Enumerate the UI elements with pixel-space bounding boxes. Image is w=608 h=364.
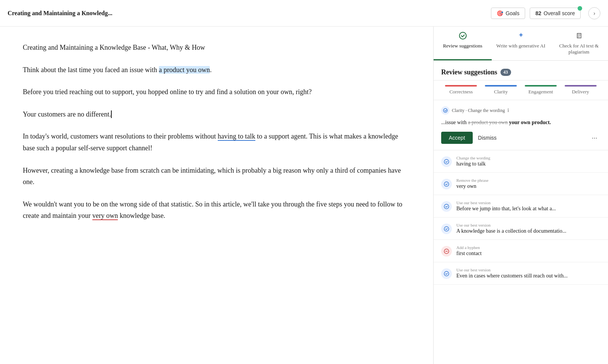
clarity-label: Clarity	[494, 89, 508, 95]
sug-icon-1	[441, 156, 452, 167]
svg-point-2	[444, 159, 449, 164]
editor-paragraph-2: Before you tried reaching out to support…	[23, 86, 410, 98]
goals-icon: 🎯	[497, 10, 503, 16]
review-title: Review suggestions 43	[441, 68, 600, 76]
more-options-button[interactable]: ···	[589, 132, 600, 143]
sug-type-6: Use our best version	[456, 268, 600, 272]
editor-paragraph-1: Think about the last time you faced an i…	[23, 64, 410, 76]
topbar: Creating and Maintaining a Knowledg... 🎯…	[0, 0, 608, 27]
active-suggestion-meta: Clarity · Change the wording ℹ	[441, 106, 600, 115]
engagement-bar	[525, 85, 557, 87]
sug-title-2: very own	[456, 183, 600, 189]
score-dot	[578, 6, 582, 11]
cat-tab-engagement[interactable]: Engagement	[521, 85, 561, 100]
editor-paragraph-3: Your customers are no different.	[23, 109, 410, 120]
sug-icon-5	[441, 246, 452, 257]
tab-check-label: Check for AI text & plagiarism	[554, 43, 604, 55]
active-suggestion-card: Clarity · Change the wording ℹ ...issue …	[434, 100, 608, 150]
svg-point-1	[443, 109, 447, 112]
tab-write-label: Write with generative AI	[496, 43, 545, 49]
score-label: Overall score	[544, 10, 575, 16]
sug-type-3: Use our best version	[456, 200, 600, 205]
check-plagiarism-icon	[575, 32, 583, 41]
sug-content-3: Use our best version Before we jump into…	[456, 200, 600, 212]
active-suggestion-type: Clarity · Change the wording	[452, 108, 505, 113]
correctness-label: Correctness	[450, 89, 473, 95]
suggestion-before: a product you own	[468, 120, 508, 125]
highlight-product-you-own: a product you own	[159, 66, 210, 74]
editor-area[interactable]: Creating and Maintaining a Knowledge Bas…	[0, 27, 433, 364]
correctness-bar	[445, 85, 477, 87]
tab-review-label: Review suggestions	[443, 43, 483, 49]
suggestion-item-2[interactable]: Remove the phrase very own	[434, 173, 608, 195]
tab-write-ai[interactable]: Write with generative AI	[492, 27, 550, 60]
dismiss-button[interactable]: Dismiss	[477, 132, 498, 144]
write-ai-icon	[517, 32, 525, 41]
cat-tab-correctness[interactable]: Correctness	[441, 85, 481, 100]
sug-type-4: Use our best version	[456, 223, 600, 227]
highlight-very-own: very own	[92, 212, 118, 220]
sug-icon-3	[441, 201, 452, 212]
document-title: Creating and Maintaining a Knowledg...	[8, 10, 491, 17]
sug-title-5: first contact	[456, 251, 600, 257]
editor-title-line: Creating and Maintaining a Knowledge Bas…	[23, 42, 410, 54]
sug-title-3: Before we jump into that, let's look at …	[456, 206, 600, 212]
highlight-having-to-talk: having to talk	[218, 132, 255, 141]
sug-type-2: Remove the phrase	[456, 178, 600, 183]
sug-icon-2	[441, 179, 452, 189]
suggestion-prefix: ...issue with	[441, 120, 468, 125]
main-layout: Creating and Maintaining a Knowledge Bas…	[0, 27, 608, 364]
suggestion-item-1[interactable]: Change the wording having to talk	[434, 150, 608, 173]
editor-paragraph-4: In today's world, customers want resolut…	[23, 131, 410, 154]
active-suggestion-icon	[441, 106, 450, 115]
sug-content-2: Remove the phrase very own	[456, 178, 600, 189]
score-button[interactable]: 82 Overall score	[530, 8, 581, 19]
review-header: Review suggestions 43	[434, 61, 608, 80]
delivery-bar	[565, 85, 597, 87]
cat-tab-clarity[interactable]: Clarity	[481, 85, 521, 100]
tab-review-suggestions[interactable]: Review suggestions	[434, 27, 492, 60]
review-suggestions-icon	[459, 32, 467, 41]
panel-tabs: Review suggestions Write with generative…	[434, 27, 608, 61]
svg-point-3	[444, 182, 449, 186]
goals-label: Goals	[505, 10, 519, 16]
sug-icon-6	[441, 268, 452, 279]
text-cursor	[111, 110, 112, 118]
suggestion-item-6[interactable]: Use our best version Even in cases where…	[434, 262, 608, 285]
sug-icon-4	[441, 224, 452, 234]
goals-button[interactable]: 🎯 Goals	[491, 8, 525, 19]
sug-type-5: Add a hyphen	[456, 245, 600, 250]
right-panel: Review suggestions Write with generative…	[433, 27, 608, 364]
sug-content-6: Use our best version Even in cases where…	[456, 268, 600, 279]
accept-button[interactable]: Accept	[441, 132, 473, 144]
sug-title-4: A knowledge base is a collection of docu…	[456, 228, 600, 234]
svg-point-7	[444, 271, 449, 276]
nav-forward-button[interactable]: ›	[588, 7, 600, 19]
editor-paragraph-5: However, creating a knowledge base from …	[23, 165, 410, 188]
svg-point-4	[444, 204, 449, 209]
topbar-actions: 🎯 Goals 82 Overall score	[491, 8, 581, 19]
suggestions-list: Clarity · Change the wording ℹ ...issue …	[434, 100, 608, 364]
cat-tab-delivery[interactable]: Delivery	[560, 85, 600, 100]
suggestion-item-4[interactable]: Use our best version A knowledge base is…	[434, 217, 608, 240]
info-icon[interactable]: ℹ	[507, 107, 509, 113]
delivery-label: Delivery	[572, 89, 589, 95]
category-tabs: Correctness Clarity Engagement Delivery	[434, 80, 608, 100]
sug-content-1: Change the wording having to talk	[456, 156, 600, 167]
tab-check-plagiarism[interactable]: Check for AI text & plagiarism	[550, 27, 608, 60]
engagement-label: Engagement	[528, 89, 553, 95]
suggestion-item-3[interactable]: Use our best version Before we jump into…	[434, 195, 608, 217]
suggestions-count-badge: 43	[500, 69, 511, 76]
svg-point-0	[459, 32, 466, 39]
sug-title-1: having to talk	[456, 161, 600, 167]
editor-paragraph-6: We wouldn't want you to be on the wrong …	[23, 199, 410, 222]
sug-type-1: Change the wording	[456, 156, 600, 160]
suggestion-item-5[interactable]: Add a hyphen first contact	[434, 240, 608, 262]
sug-content-5: Add a hyphen first contact	[456, 245, 600, 257]
suggestion-after: your own product.	[509, 120, 551, 125]
active-suggestion-text: ...issue with a product you own your own…	[441, 118, 600, 126]
sug-title-6: Even in cases where customers still reac…	[456, 273, 600, 279]
review-title-text: Review suggestions	[441, 68, 497, 76]
sug-content-4: Use our best version A knowledge base is…	[456, 223, 600, 234]
score-number: 82	[535, 10, 542, 16]
